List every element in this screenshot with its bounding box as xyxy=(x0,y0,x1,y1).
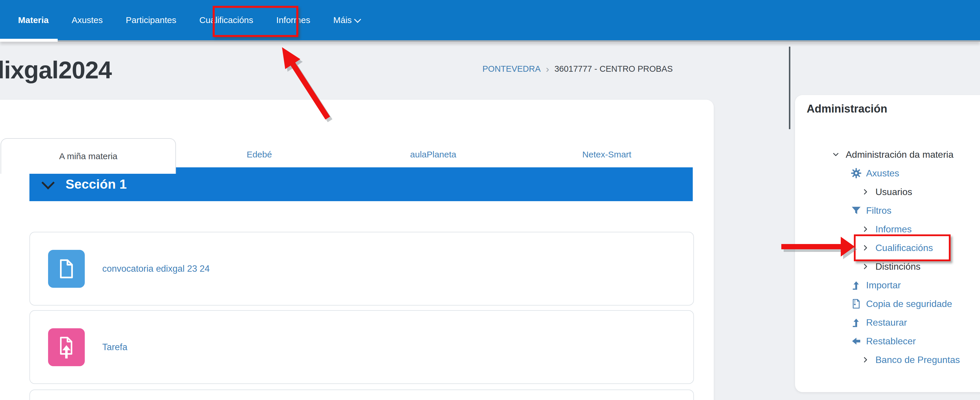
section-collapse-chevron-icon[interactable] xyxy=(41,176,54,189)
nav-tab-axustes[interactable]: Axustes xyxy=(72,15,103,25)
active-tab-underline xyxy=(0,39,58,42)
chevron-down-icon[interactable] xyxy=(829,148,842,161)
tab-edebe[interactable]: Edebé xyxy=(247,150,272,159)
admin-tree-item-banco-de-preguntas[interactable]: Banco de Preguntas xyxy=(795,351,980,369)
admin-tree-label: Informes xyxy=(875,224,912,235)
chevron-right-icon[interactable] xyxy=(859,241,872,254)
backup-file-icon xyxy=(850,297,862,310)
chevron-down-icon xyxy=(354,16,361,23)
admin-tree-item-administracion-da-materia[interactable]: Administración da materia xyxy=(795,145,980,164)
activity-card-resource: convocatoria edixgal 23 24 xyxy=(29,232,694,306)
admin-tree-item-usuarios[interactable]: Usuarios xyxy=(795,183,980,201)
admin-tree-label: Axustes xyxy=(866,168,899,179)
arrow-left-icon xyxy=(850,335,862,347)
section-title: Sección 1 xyxy=(65,177,127,192)
admin-tree-label: Copia de seguridade xyxy=(866,298,952,309)
activity-card-partial xyxy=(29,389,694,400)
admin-tree-item-restablecer[interactable]: Restablecer xyxy=(795,332,980,351)
admin-tree-item-cualificacions[interactable]: Cualificacións xyxy=(795,239,980,257)
chevron-right-icon[interactable] xyxy=(859,185,872,198)
import-arrow-icon xyxy=(850,316,862,329)
admin-tree-item-filtros[interactable]: Filtros xyxy=(795,201,980,220)
chevron-right-icon[interactable] xyxy=(859,260,872,273)
tab-label: A miña materia xyxy=(59,151,118,161)
tab-a-mina-materia[interactable]: A miña materia xyxy=(1,138,176,174)
admin-tree-item-copia-de-seguridade[interactable]: Copia de seguridade xyxy=(795,295,980,313)
nav-tab-informes[interactable]: Informes xyxy=(276,15,310,25)
nav-tab-cualificacions[interactable]: Cualificacións xyxy=(199,15,253,25)
admin-tree-label: Importar xyxy=(866,280,901,291)
vertical-scrollbar[interactable] xyxy=(789,47,790,129)
administration-block: Administración Administración da materia… xyxy=(795,95,980,392)
gear-icon xyxy=(850,167,862,180)
breadcrumb-link-pontevedra[interactable]: PONTEVEDRA xyxy=(482,64,541,74)
admin-tree-label: Restaurar xyxy=(866,317,907,328)
admin-tree-label: Banco de Preguntas xyxy=(875,354,960,365)
nav-tab-participantes[interactable]: Participantes xyxy=(126,15,176,25)
admin-tree-item-axustes[interactable]: Axustes xyxy=(795,164,980,183)
admin-tree-item-importar[interactable]: Importar xyxy=(795,276,980,295)
course-nav-items: Materia Axustes Participantes Cualificac… xyxy=(18,0,360,40)
admin-tree-label: Distincións xyxy=(875,261,921,272)
breadcrumb-current: 36017777 - CENTRO PROBAS xyxy=(554,64,673,74)
nav-tab-materia[interactable]: Materia xyxy=(18,15,49,25)
admin-tree-label: Filtros xyxy=(866,205,891,216)
tab-netex-smart[interactable]: Netex-Smart xyxy=(582,150,631,159)
admin-tree-item-restaurar[interactable]: Restaurar xyxy=(795,313,980,332)
activity-card-assignment: Tarefa xyxy=(29,310,694,384)
administration-tree: Administración da materiaAxustesUsuarios… xyxy=(795,145,980,369)
file-resource-icon[interactable] xyxy=(48,250,85,288)
chevron-right-icon[interactable] xyxy=(859,353,872,366)
nav-tab-mais[interactable]: Máis xyxy=(333,15,360,25)
admin-tree-item-distincions[interactable]: Distincións xyxy=(795,257,980,276)
chevron-right-icon[interactable] xyxy=(859,223,872,236)
admin-tree-label: Administración da materia xyxy=(846,149,953,160)
admin-tree-item-informes[interactable]: Informes xyxy=(795,220,980,239)
import-arrow-icon xyxy=(850,279,862,292)
page-title: edixgal2024 xyxy=(0,56,111,84)
course-nav-bar: Materia Axustes Participantes Cualificac… xyxy=(0,0,980,42)
assignment-upload-icon[interactable] xyxy=(48,328,85,366)
admin-tree-label: Usuarios xyxy=(875,186,912,198)
funnel-icon xyxy=(850,204,862,217)
breadcrumb: PONTEVEDRA › 36017777 - CENTRO PROBAS xyxy=(482,64,673,74)
admin-tree-label: Cualificacións xyxy=(875,242,933,253)
admin-tree-label: Restablecer xyxy=(866,336,916,347)
breadcrumb-separator-icon: › xyxy=(546,65,549,73)
administration-block-title: Administración xyxy=(807,103,887,115)
file-glyph xyxy=(54,255,79,282)
tab-aulaplaneta[interactable]: aulaPlaneta xyxy=(410,150,456,159)
file-upload-glyph xyxy=(54,334,79,361)
activity-link-convocatoria[interactable]: convocatoria edixgal 23 24 xyxy=(102,263,210,274)
activity-link-tarefa[interactable]: Tarefa xyxy=(102,342,127,352)
moodle-course-page: { "nav": { "items": [ {"label": "Materia… xyxy=(0,0,980,400)
